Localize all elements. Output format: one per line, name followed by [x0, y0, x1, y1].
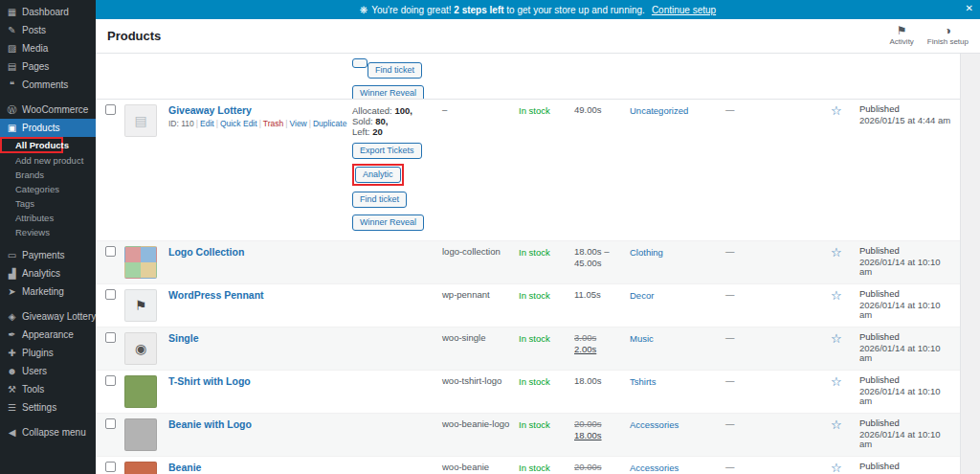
sidebar-item-giveaway-lottery[interactable]: ◈Giveaway Lottery	[0, 307, 96, 326]
row-action-trash[interactable]: Trash	[263, 119, 283, 128]
sku-cell: woo-tshirt-logo	[442, 375, 519, 387]
table-row: Logo Collectionlogo-collectionIn stock18…	[96, 241, 960, 284]
sidebar-item-all-products[interactable]: All Products	[0, 137, 63, 153]
sidebar-item-marketing[interactable]: ➤Marketing	[0, 282, 96, 301]
featured-star-icon[interactable]: ☆	[831, 103, 842, 118]
find-ticket-button[interactable]: Find ticket	[352, 192, 407, 208]
thumbnail-cell	[124, 246, 168, 279]
sidebar-item-collapse-menu[interactable]: ◀Collapse menu	[0, 423, 96, 441]
sidebar-item-label: Marketing	[22, 286, 64, 297]
sidebar-item-attributes[interactable]: Attributes	[0, 211, 96, 225]
find-ticket-button[interactable]: Find ticket	[368, 62, 422, 79]
close-icon[interactable]: ✕	[966, 4, 973, 13]
sidebar-item-media[interactable]: ▨Media	[0, 39, 96, 57]
sidebar-item-categories[interactable]: Categories	[0, 182, 96, 196]
sidebar-item-posts[interactable]: ✎Posts	[0, 21, 96, 39]
row-action-duplicate[interactable]: Duplicate	[313, 119, 346, 128]
product-name-link[interactable]: T-Shirt with Logo	[168, 375, 251, 388]
row-action-quick-edit[interactable]: Quick Edit	[220, 119, 257, 128]
category-link[interactable]: Uncategorized	[630, 105, 688, 116]
sidebar-item-pages[interactable]: ▤Pages	[0, 57, 96, 76]
featured-cell: ☆	[831, 462, 859, 474]
name-cell: Giveaway LotteryID: 110|Edit|Quick Edit|…	[168, 104, 352, 128]
sidebar-item-products[interactable]: ▣Products	[0, 119, 96, 137]
beanie-thumbnail[interactable]	[124, 418, 157, 451]
row-checkbox[interactable]	[105, 418, 116, 429]
row-action-edit[interactable]: Edit	[200, 119, 214, 128]
export-tickets-button[interactable]: Export Tickets	[352, 143, 422, 159]
row-checkbox[interactable]	[105, 462, 116, 472]
row-action-view[interactable]: View	[289, 119, 306, 128]
product-name-link[interactable]: Beanie	[168, 462, 201, 474]
publish-date: 2026/01/15 at 4:44 am	[859, 116, 954, 125]
analytic-button[interactable]: Analytic	[355, 167, 401, 183]
button-wrap	[352, 56, 368, 73]
sidebar-item-label: WooCommerce	[22, 104, 88, 115]
sidebar-item-comments[interactable]: ❝Comments	[0, 76, 96, 94]
row-checkbox[interactable]	[105, 375, 116, 386]
category-link[interactable]: Music	[630, 333, 654, 344]
sidebar-item-woocommerce[interactable]: ⓌWooCommerce	[0, 101, 96, 119]
action-separator: |	[309, 119, 311, 128]
pennant-thumbnail[interactable]: ⚑	[124, 289, 157, 322]
row-checkbox[interactable]	[105, 246, 116, 257]
sidebar-item-label: Giveaway Lottery	[22, 311, 96, 322]
featured-star-icon[interactable]: ☆	[831, 245, 842, 260]
sidebar-item-add-new-product[interactable]: Add new product	[0, 153, 96, 168]
product-name-link[interactable]: WordPress Pennant	[168, 289, 264, 302]
winner-reveal-button[interactable]: Winner Reveal	[352, 214, 424, 231]
beanie-thumbnail[interactable]	[124, 462, 157, 474]
sidebar-item-settings[interactable]: ☰Settings	[0, 398, 96, 417]
featured-star-icon[interactable]: ☆	[831, 374, 842, 389]
image-placeholder-icon[interactable]: ▤	[124, 104, 157, 137]
tshirt-thumbnail[interactable]	[124, 375, 157, 408]
row-checkbox[interactable]	[105, 289, 116, 300]
analytics-chart-icon: ▟	[7, 268, 17, 279]
categories-cell: Decor	[630, 289, 725, 302]
categories-cell: Tshirts	[630, 375, 725, 388]
sidebar-item-tools[interactable]: ⚒Tools	[0, 380, 96, 398]
featured-star-icon[interactable]: ☆	[831, 418, 842, 432]
sidebar-item-label: Comments	[22, 79, 68, 90]
tags-cell: —	[725, 289, 831, 301]
category-link[interactable]: Accessories	[630, 463, 679, 473]
category-link[interactable]: Clothing	[630, 247, 663, 258]
vinyl-record-thumbnail[interactable]: ◉	[124, 332, 157, 365]
sidebar-item-label: Analytics	[22, 268, 60, 279]
product-name-link[interactable]: Giveaway Lottery	[168, 104, 252, 117]
category-link[interactable]: Accessories	[630, 419, 679, 430]
featured-star-icon[interactable]: ☆	[831, 461, 842, 474]
notice-text-post: to get your store up and running.	[506, 5, 645, 15]
category-link[interactable]: Tshirts	[630, 376, 656, 387]
header-actions: ⚑ Activity ◑ Finish setup	[890, 25, 969, 47]
sidebar-item-payments[interactable]: ▭Payments	[0, 246, 96, 264]
checkbox-cell	[96, 289, 124, 302]
collage-thumbnail[interactable]	[124, 246, 157, 279]
row-checkbox[interactable]	[105, 332, 116, 343]
thumbnail-cell	[124, 418, 168, 451]
sidebar-item-plugins[interactable]: ✚Plugins	[0, 344, 96, 362]
sidebar-item-tags[interactable]: Tags	[0, 196, 96, 211]
clipped-button[interactable]	[352, 58, 368, 68]
category-link[interactable]: Decor	[630, 290, 654, 301]
lottery-stat-label: Allocated:	[352, 105, 394, 116]
row-checkbox[interactable]	[105, 104, 116, 115]
winner-reveal-button[interactable]: Winner Reveal	[352, 85, 424, 100]
sidebar-item-reviews[interactable]: Reviews	[0, 225, 96, 239]
sidebar-item-brands[interactable]: Brands	[0, 168, 96, 182]
activity-button[interactable]: ⚑ Activity	[890, 25, 914, 47]
notice-text-pre: You're doing great!	[371, 5, 451, 15]
sidebar-item-appearance[interactable]: ✒Appearance	[0, 326, 96, 344]
dashboard-icon: ▦	[7, 7, 17, 17]
sidebar-item-dashboard[interactable]: ▦Dashboard	[0, 3, 96, 21]
featured-star-icon[interactable]: ☆	[831, 288, 842, 303]
sidebar-item-analytics[interactable]: ▟Analytics	[0, 264, 96, 282]
product-name-link[interactable]: Beanie with Logo	[168, 418, 252, 431]
stock-status: In stock	[519, 376, 550, 387]
featured-star-icon[interactable]: ☆	[831, 331, 842, 346]
continue-setup-link[interactable]: Continue setup	[652, 5, 716, 15]
product-name-link[interactable]: Logo Collection	[168, 246, 244, 259]
sidebar-item-users[interactable]: ☻Users	[0, 362, 96, 380]
product-name-link[interactable]: Single	[168, 332, 199, 345]
finish-setup-button[interactable]: ◑ Finish setup	[927, 25, 969, 47]
